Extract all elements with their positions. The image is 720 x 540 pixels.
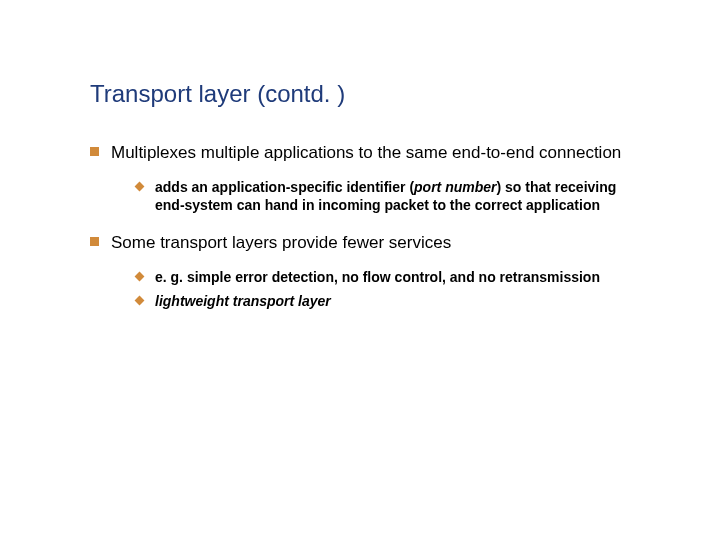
diamond-bullet-icon (135, 271, 145, 281)
sub-text-prefix: adds an application-specific identifier … (155, 179, 414, 195)
sub-bullet-text-italic: lightweight transport layer (155, 292, 331, 310)
slide: Transport layer (contd. ) Multiplexes mu… (0, 0, 720, 540)
square-bullet-icon (90, 147, 99, 156)
sub-bullet-group: adds an application-specific identifier … (90, 178, 630, 214)
sub-bullet-group: e. g. simple error detection, no flow co… (90, 268, 630, 310)
bullet-level1: Some transport layers provide fewer serv… (90, 232, 630, 254)
slide-title: Transport layer (contd. ) (90, 80, 630, 108)
sub-bullet-text: adds an application-specific identifier … (155, 178, 630, 214)
sub-text-italic: port number (414, 179, 496, 195)
bullet-level2: lightweight transport layer (136, 292, 630, 310)
bullet-level2: adds an application-specific identifier … (136, 178, 630, 214)
diamond-bullet-icon (135, 181, 145, 191)
bullet-text: Multiplexes multiple applications to the… (111, 142, 621, 164)
square-bullet-icon (90, 237, 99, 246)
bullet-level1: Multiplexes multiple applications to the… (90, 142, 630, 164)
sub-bullet-text: e. g. simple error detection, no flow co… (155, 268, 600, 286)
diamond-bullet-icon (135, 296, 145, 306)
bullet-level2: e. g. simple error detection, no flow co… (136, 268, 630, 286)
bullet-text: Some transport layers provide fewer serv… (111, 232, 451, 254)
